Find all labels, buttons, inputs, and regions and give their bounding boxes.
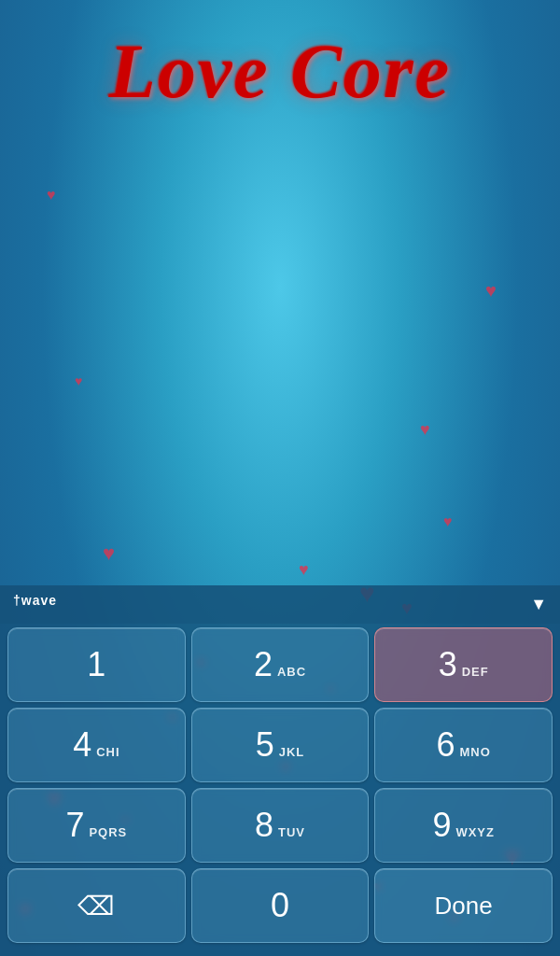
- key-4[interactable]: 4CHI: [7, 708, 186, 782]
- key-done[interactable]: Done: [374, 868, 553, 943]
- keyboard-brand: †wave: [13, 593, 57, 616]
- key-6[interactable]: 6MNO: [374, 708, 553, 782]
- keys-row-2: 7PQRS8TUV9WXYZ: [7, 788, 553, 863]
- key-0-number: 0: [271, 889, 289, 922]
- key-5[interactable]: 5JKL: [191, 708, 370, 782]
- key-0[interactable]: 0: [191, 868, 370, 943]
- key-6-number: 6: [436, 728, 455, 762]
- key-3[interactable]: 3DEF: [374, 627, 553, 702]
- app-title: Love Core: [0, 28, 560, 116]
- key-2-number: 2: [254, 648, 273, 682]
- key-3-number: 3: [439, 648, 457, 682]
- done-label: Done: [435, 893, 493, 918]
- key-7-letters: PQRS: [89, 825, 127, 839]
- key-2[interactable]: 2ABC: [191, 627, 370, 702]
- keys-row-3: ⌫0Done: [7, 868, 553, 943]
- key-2-letters: ABC: [277, 665, 306, 679]
- key-5-number: 5: [256, 728, 274, 762]
- key-8[interactable]: 8TUV: [191, 788, 370, 863]
- brand-symbol: †: [13, 593, 21, 608]
- key-backspace[interactable]: ⌫: [7, 868, 186, 943]
- key-5-letters: JKL: [279, 745, 305, 759]
- key-8-letters: TUV: [278, 825, 305, 839]
- key-1[interactable]: 1: [7, 627, 186, 702]
- key-9-letters: WXYZ: [455, 825, 495, 839]
- keys-row-0: 12ABC3DEF: [7, 627, 553, 702]
- key-6-letters: MNO: [460, 745, 491, 759]
- keyboard-keys: 12ABC3DEF4CHI5JKL6MNO7PQRS8TUV9WXYZ⌫0Don…: [0, 624, 560, 956]
- key-7[interactable]: 7PQRS: [7, 788, 186, 863]
- key-8-number: 8: [255, 808, 273, 842]
- key-9[interactable]: 9WXYZ: [374, 788, 553, 863]
- key-9-number: 9: [432, 808, 451, 842]
- keyboard-dropdown[interactable]: ▼: [530, 595, 547, 614]
- key-4-number: 4: [73, 728, 91, 762]
- key-7-number: 7: [65, 808, 84, 842]
- key-3-letters: DEF: [462, 665, 489, 679]
- backspace-icon: ⌫: [77, 891, 115, 921]
- keyboard-container: †wave ▼ 12ABC3DEF4CHI5JKL6MNO7PQRS8TUV9W…: [0, 585, 560, 956]
- key-4-letters: CHI: [96, 745, 119, 759]
- keyboard-header: †wave ▼: [0, 585, 560, 624]
- key-1-number: 1: [87, 648, 105, 682]
- keys-row-1: 4CHI5JKL6MNO: [7, 708, 553, 782]
